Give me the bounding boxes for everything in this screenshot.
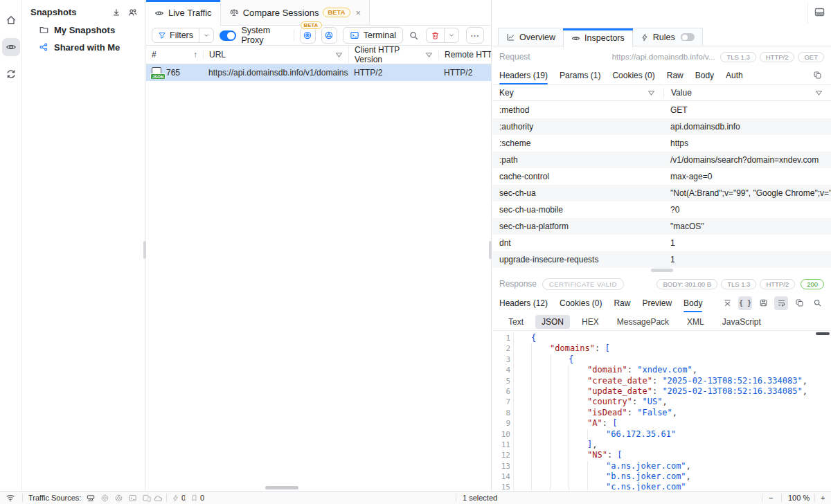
horizontal-scrollbar-thumb[interactable]: [265, 486, 298, 489]
code-token: :: [632, 397, 642, 406]
filter-funnel-icon[interactable]: [815, 89, 823, 97]
response-tab-cookies-0-[interactable]: Cookies (0): [560, 294, 602, 312]
filter-funnel-icon[interactable]: [335, 51, 343, 59]
column-header-client-http[interactable]: Client HTTP Version: [348, 45, 438, 64]
response-tab-body[interactable]: Body: [683, 294, 702, 312]
more-options-button[interactable]: ⋯: [466, 27, 484, 44]
request-tab-headers-19-[interactable]: Headers (19): [499, 66, 548, 84]
download-icon[interactable]: [111, 8, 121, 17]
request-tab-cookies-0-[interactable]: Cookies (0): [612, 66, 654, 84]
network-icon[interactable]: [86, 494, 96, 503]
sidebar-resize-handle[interactable]: [143, 241, 146, 259]
format-tab-json[interactable]: JSON: [535, 315, 570, 329]
request-tab-raw[interactable]: Raw: [667, 66, 683, 84]
response-tab-raw[interactable]: Raw: [614, 294, 630, 312]
snapshots-title: Snapshots: [30, 7, 76, 17]
tab-rules[interactable]: Rules: [632, 28, 703, 46]
zoom-level[interactable]: 100 %: [788, 492, 810, 504]
request-tab-body[interactable]: Body: [695, 66, 714, 84]
clear-traffic-button[interactable]: [426, 28, 445, 43]
braces-icon[interactable]: { }: [738, 296, 752, 310]
column-header-index[interactable]: # ↑: [146, 50, 203, 60]
tab-inspectors[interactable]: Inspectors: [563, 28, 633, 48]
system-proxy-toggle[interactable]: [220, 30, 236, 41]
code-line: 6"update_date": "2025-02-13T08:52:16.334…: [492, 386, 831, 397]
format-tab-javascript[interactable]: JavaScript: [716, 315, 767, 329]
format-tab-messagepack[interactable]: MessagePack: [611, 315, 675, 329]
terminal-button[interactable]: Terminal: [343, 27, 403, 44]
filter-funnel-icon[interactable]: [425, 51, 433, 59]
indent-guide: [550, 376, 569, 386]
header-row[interactable]: sec-ch-ua-platform"macOS": [492, 218, 831, 235]
wifi-icon[interactable]: [6, 492, 15, 504]
value-column-header[interactable]: Value: [663, 88, 831, 98]
people-icon[interactable]: [127, 8, 138, 17]
header-row[interactable]: sec-ch-ua"Not(A:Brand";v="99", "Google C…: [492, 185, 831, 201]
close-icon[interactable]: ×: [356, 8, 361, 18]
bolt-counter[interactable]: 0: [172, 492, 186, 504]
layout-toggle-icon[interactable]: [814, 6, 825, 18]
sidebar-item-my-snapshots[interactable]: My Snapshots: [22, 21, 145, 39]
record-traffic-button[interactable]: BETA: [300, 27, 316, 44]
target-icon[interactable]: [100, 494, 109, 503]
search-icon[interactable]: [810, 296, 824, 310]
header-row[interactable]: :authorityapi.domainsdb.info: [492, 118, 831, 135]
save-icon[interactable]: [756, 296, 770, 310]
indent-guide: [569, 450, 587, 460]
column-header-url[interactable]: URL: [203, 50, 348, 60]
sidebar-item-shared-with-me[interactable]: Shared with Me: [22, 39, 145, 56]
header-row[interactable]: sec-ch-ua-mobile?0: [492, 201, 831, 218]
header-row[interactable]: :schemehttps: [492, 135, 831, 152]
key-column-header[interactable]: Key: [492, 88, 663, 98]
request-tab-auth[interactable]: Auth: [726, 66, 743, 84]
code-token: "xndev.com": [637, 365, 692, 375]
copy-icon[interactable]: [810, 69, 824, 82]
request-tab-params-1-[interactable]: Params (1): [560, 66, 600, 84]
request-response-resize-handle[interactable]: [651, 269, 673, 272]
header-row[interactable]: dnt1: [492, 235, 831, 251]
home-icon[interactable]: [2, 11, 20, 29]
globe-icon[interactable]: [114, 494, 123, 503]
format-tab-text[interactable]: Text: [502, 315, 530, 329]
filters-button[interactable]: Filters: [152, 28, 199, 43]
panel-resize-handle[interactable]: [489, 241, 492, 259]
browser-capture-button[interactable]: [321, 27, 337, 44]
tab-live-traffic[interactable]: Live Traffic: [146, 0, 221, 26]
clear-dropdown-chevron[interactable]: [444, 28, 459, 43]
pin-counter[interactable]: 0: [190, 492, 204, 504]
zoom-in-button[interactable]: +: [821, 492, 825, 504]
eye-icon[interactable]: [2, 38, 20, 56]
format-tab-xml[interactable]: XML: [681, 315, 711, 329]
column-header-remote-http[interactable]: Remote HTTP Version: [438, 50, 491, 60]
table-row[interactable]: JSON765https://api.domainsdb.info/v1/dom…: [146, 64, 491, 81]
response-tab-headers-12-[interactable]: Headers (12): [499, 294, 548, 312]
header-row[interactable]: cache-controlmax-age=0: [492, 168, 831, 185]
terminal-icon[interactable]: [128, 494, 137, 503]
response-tab-preview[interactable]: Preview: [642, 294, 672, 312]
indent-guide: [531, 397, 550, 407]
cell-url: https://api.domainsdb.info/v1/domains/..…: [203, 68, 348, 78]
format-tab-hex[interactable]: HEX: [575, 315, 605, 329]
prettify-icon[interactable]: [720, 296, 734, 310]
response-body-json-viewer[interactable]: 1{2"domains": [3{4"domain": "xndev.com",…: [492, 332, 831, 492]
tab-overview[interactable]: Overview: [498, 28, 564, 46]
tab-compare-sessions[interactable]: Compare Sessions BETA ×: [221, 0, 370, 25]
wrap-icon[interactable]: [774, 296, 788, 310]
indent-guide: [531, 471, 550, 482]
rules-toggle[interactable]: [681, 33, 695, 41]
copy-icon[interactable]: [792, 296, 806, 310]
indent-guide: [587, 482, 606, 492]
header-row[interactable]: upgrade-insecure-requests1: [492, 251, 831, 268]
header-row[interactable]: :methodGET: [492, 102, 831, 118]
indent-guide: [550, 440, 569, 450]
filters-dropdown-chevron[interactable]: [199, 28, 214, 43]
cloud-icon[interactable]: [153, 492, 163, 504]
traffic-sources-label: Traffic Sources:: [28, 494, 81, 502]
filter-funnel-icon[interactable]: [647, 89, 655, 97]
zoom-out-button[interactable]: −: [769, 492, 773, 504]
sync-arrows-icon[interactable]: [2, 65, 20, 83]
search-icon[interactable]: [409, 30, 419, 41]
header-row[interactable]: :path/v1/domains/search?domain=xndev.com: [492, 152, 831, 168]
code-token: [: [617, 450, 622, 460]
scrollbar-thumb[interactable]: [816, 332, 830, 335]
